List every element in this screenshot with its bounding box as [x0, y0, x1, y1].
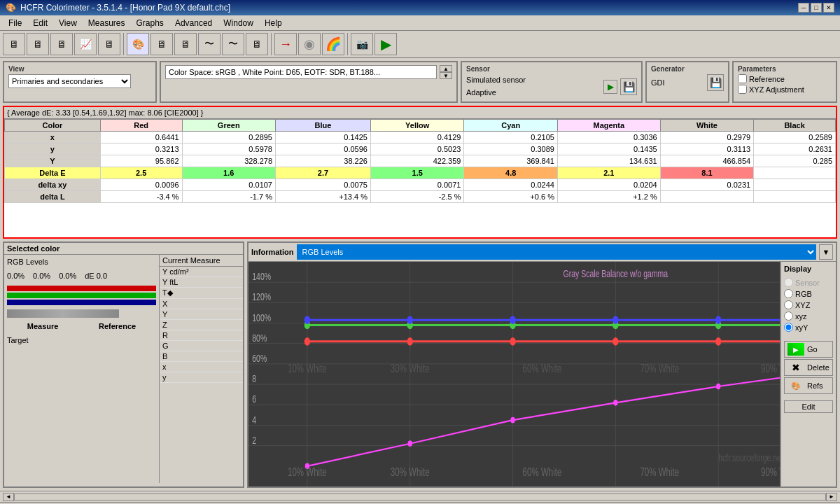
menu-graphs[interactable]: Graphs [131, 17, 169, 29]
row-label-x: x [5, 132, 101, 144]
information-title-bar: Information RGB Levels CIE 1931 Luminanc… [248, 243, 836, 262]
minimize-button[interactable]: ─ [798, 3, 809, 13]
toolbar-wave-btn[interactable]: 〜 [198, 33, 220, 55]
cell-dxy-magenta: 0.0204 [557, 179, 660, 191]
generator-save-btn[interactable]: 💾 [707, 74, 724, 91]
color-bar-b-track [7, 300, 156, 305]
dropdown-arrow-icon[interactable]: ▼ [819, 244, 833, 260]
display-rgb-radio[interactable] [784, 289, 793, 298]
scrollbar-track[interactable] [14, 493, 826, 500]
menu-view[interactable]: View [53, 17, 83, 29]
display-xyz-lower-radio[interactable] [784, 312, 793, 321]
measure-list-item[interactable]: X [160, 299, 243, 309]
toolbar-color-btn[interactable]: 🎨 [127, 33, 149, 55]
col-header-yellow: Yellow [370, 120, 463, 132]
view-select[interactable]: Primaries and secondaries Grayscale All [8, 74, 131, 88]
information-label: Information [251, 248, 294, 256]
measure-list-item[interactable]: Y ftL [160, 277, 243, 288]
dE-value: dE 0.0 [85, 272, 107, 280]
xyz-adjustment-checkbox[interactable] [738, 85, 747, 94]
toolbar-colorwheel-btn[interactable]: 🌈 [322, 33, 344, 55]
svg-point-45 [408, 441, 412, 447]
display-sensor-radio[interactable] [784, 278, 793, 287]
scroll-left-btn[interactable]: ◄ [3, 493, 14, 501]
toolbar-save-btn[interactable]: 🖥 [50, 33, 73, 55]
toolbar-open-btn[interactable]: 🖥 [27, 33, 49, 55]
svg-point-39 [407, 316, 413, 325]
toolbar-graph-btn[interactable]: 📈 [74, 33, 97, 55]
cell-dL-yellow: -2.5 % [370, 191, 463, 203]
refs-label: Refs [807, 382, 823, 390]
measure-list-item[interactable]: Y cd/m² [160, 267, 243, 277]
cell-Y-red: 95.862 [100, 155, 182, 167]
display-xyz-lower-option[interactable]: xyz [784, 312, 833, 321]
row-label-deltaE: Delta E [5, 167, 101, 179]
menu-advanced[interactable]: Advanced [169, 17, 218, 29]
svg-point-30 [715, 337, 721, 346]
selected-color-panel: Selected color RGB Levels 0.0% 0.0% 0.0%… [3, 241, 244, 488]
measure-list-item[interactable]: x [160, 362, 243, 372]
measure-list-item[interactable]: y [160, 372, 243, 383]
measure-list-item[interactable]: B [160, 351, 243, 362]
measure-list-item[interactable]: G [160, 341, 243, 351]
sensor-save-btn[interactable]: 💾 [620, 78, 637, 95]
measure-list-item[interactable]: R [160, 330, 243, 341]
maximize-button[interactable]: □ [811, 3, 822, 13]
horizontal-scrollbar[interactable]: ◄ ► [0, 491, 840, 502]
svg-text:60%: 60% [252, 354, 267, 365]
cs-arrow-up[interactable]: ▲ [440, 65, 452, 72]
toolbar-arrow-btn[interactable]: → [274, 33, 297, 55]
color-bars [7, 286, 156, 305]
menu-file[interactable]: File [3, 17, 27, 29]
display-xyz-option[interactable]: XYZ [784, 300, 833, 309]
svg-point-29 [612, 337, 618, 346]
svg-text:2: 2 [252, 435, 256, 446]
title-bar-controls[interactable]: ─ □ ✕ [798, 3, 834, 13]
svg-text:Gray Scale Balance w/o gamma: Gray Scale Balance w/o gamma [564, 268, 668, 279]
toolbar-monitor3-btn[interactable]: 🖥 [174, 33, 197, 55]
toolbar-circle-btn[interactable]: ◉ [298, 33, 321, 55]
generator-panel: Generator GDI 💾 [645, 61, 729, 103]
toolbar-monitor4-btn[interactable]: 🖥 [246, 33, 268, 55]
menu-help[interactable]: Help [259, 17, 288, 29]
cs-arrow-down[interactable]: ▼ [440, 72, 452, 79]
toolbar-monitor2-btn[interactable]: 🖥 [150, 33, 173, 55]
display-rgb-option[interactable]: RGB [784, 289, 833, 298]
cell-dE-green: 1.6 [182, 167, 275, 179]
menu-measures[interactable]: Measures [83, 17, 131, 29]
toolbar-wave2-btn[interactable]: 〜 [222, 33, 244, 55]
edit-button[interactable]: Edit [784, 400, 833, 413]
row-label-Y: Y [5, 155, 101, 167]
toolbar-camera-btn[interactable]: 📷 [351, 33, 373, 55]
toolbar-monitor-btn[interactable]: 🖥 [98, 33, 120, 55]
close-button[interactable]: ✕ [823, 3, 834, 13]
delete-button[interactable]: ✖ Delete [784, 359, 833, 376]
svg-text:4: 4 [252, 414, 256, 426]
sensor-play-btn[interactable]: ▶ [603, 80, 617, 94]
measure-list-item[interactable]: Y [160, 309, 243, 320]
scroll-right-btn[interactable]: ► [826, 493, 837, 501]
measure-list-item[interactable]: Z [160, 320, 243, 330]
display-xyY-radio[interactable] [784, 323, 793, 332]
toolbar-new-btn[interactable]: 🖥 [3, 33, 25, 55]
reference-checkbox[interactable] [738, 74, 747, 83]
toolbar-play-btn[interactable]: ▶ [374, 33, 397, 55]
col-header-red: Red [100, 120, 182, 132]
information-dropdown[interactable]: RGB Levels CIE 1931 Luminance Gamma [297, 244, 817, 260]
go-button[interactable]: ▶ Go [784, 341, 833, 358]
target-label: Target [7, 336, 156, 344]
menu-window[interactable]: Window [218, 17, 259, 29]
display-xyY-option[interactable]: xyY [784, 323, 833, 332]
svg-text:60% White: 60% White [523, 466, 562, 479]
go-label: Go [807, 345, 818, 354]
go-icon: ▶ [788, 343, 804, 356]
svg-text:120%: 120% [252, 292, 271, 303]
display-sensor-option[interactable]: Sensor [784, 278, 833, 287]
refs-button[interactable]: 🎨 Refs [784, 377, 833, 394]
menu-edit[interactable]: Edit [27, 17, 53, 29]
measure-list-item[interactable]: T◆ [160, 288, 243, 299]
display-xyz-radio[interactable] [784, 300, 793, 309]
svg-point-38 [304, 316, 310, 325]
cs-arrows[interactable]: ▲ ▼ [440, 65, 452, 79]
svg-point-46 [510, 417, 514, 424]
